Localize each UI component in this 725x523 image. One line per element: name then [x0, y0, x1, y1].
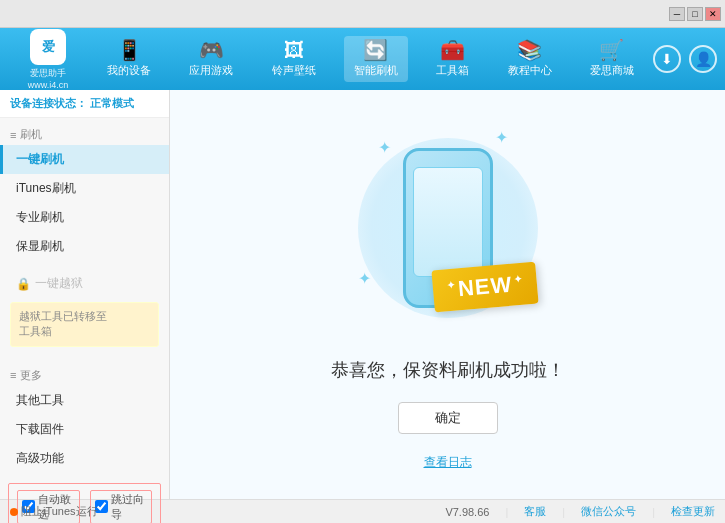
main-area: 设备连接状态： 正常模式 ≡ 刷机 一键刷机 iTunes刷机 专业刷机 保显刷…	[0, 90, 725, 499]
wallpaper-icon: 🖼	[284, 40, 304, 60]
nav-tutorial-label: 教程中心	[508, 63, 552, 78]
window-controls: ─ □ ✕	[669, 7, 721, 21]
nav-wallpaper[interactable]: 🖼 铃声壁纸	[262, 36, 326, 82]
status-bar-right: V7.98.66 | 客服 | 微信公众号 | 检查更新	[445, 504, 715, 519]
itunes-status: 阻止iTunes运行	[10, 504, 425, 519]
nav-toolbox[interactable]: 🧰 工具箱	[426, 36, 479, 82]
phone-screen	[413, 167, 483, 277]
logo-icon: 爱	[30, 29, 66, 65]
sidebar: 设备连接状态： 正常模式 ≡ 刷机 一键刷机 iTunes刷机 专业刷机 保显刷…	[0, 90, 170, 499]
nav-tutorial[interactable]: 📚 教程中心	[498, 36, 562, 82]
jailbreak-info-text: 越狱工具已转移至工具箱	[19, 310, 107, 337]
save-flash-label: 保显刷机	[16, 238, 64, 255]
device-status: 设备连接状态： 正常模式	[0, 90, 169, 118]
sidebar-item-pro-flash[interactable]: 专业刷机	[0, 203, 169, 232]
lock-icon: 🔒	[16, 277, 31, 291]
nav-smart-flash-label: 智能刷机	[354, 63, 398, 78]
jailbreak-header: 🔒 一键越狱	[0, 269, 169, 298]
divider-1: |	[505, 506, 508, 518]
apps-icon: 🎮	[199, 40, 224, 60]
nav-smart-flash[interactable]: 🔄 智能刷机	[344, 36, 408, 82]
other-tools-label: 其他工具	[16, 392, 64, 409]
sparkle-1: ✦	[378, 138, 391, 157]
nav-shop[interactable]: 🛒 爱思商城	[580, 36, 644, 82]
user-button[interactable]: 👤	[689, 45, 717, 73]
itunes-status-dot	[10, 508, 18, 516]
divider-3: |	[652, 506, 655, 518]
sidebar-item-download-firmware[interactable]: 下载固件	[0, 415, 169, 444]
status-value: 正常模式	[90, 97, 134, 109]
flash-nav-icon: 🔄	[363, 40, 388, 60]
logo-url: www.i4.cn	[28, 80, 69, 90]
pro-flash-label: 专业刷机	[16, 209, 64, 226]
success-image: NEW ✦ ✦ ✦	[348, 118, 548, 338]
version-text: V7.98.66	[445, 506, 489, 518]
sidebar-item-one-click-flash[interactable]: 一键刷机	[0, 145, 169, 174]
more-section: ≡ 更多 其他工具 下载固件 高级功能	[0, 355, 169, 477]
itunes-flash-label: iTunes刷机	[16, 180, 76, 197]
more-header-label: 更多	[20, 368, 42, 383]
jailbreak-label: 一键越狱	[35, 275, 83, 292]
sparkle-3: ✦	[358, 269, 371, 288]
flash-header-icon: ≡	[10, 129, 16, 141]
flash-header-label: 刷机	[20, 127, 42, 142]
nav-items: 📱 我的设备 🎮 应用游戏 🖼 铃声壁纸 🔄 智能刷机 🧰 工具箱 📚 教程中心…	[88, 36, 653, 82]
jailbreak-section: 🔒 一键越狱 越狱工具已转移至工具箱	[0, 265, 169, 355]
advanced-label: 高级功能	[16, 450, 64, 467]
download-firmware-label: 下载固件	[16, 421, 64, 438]
status-label: 设备连接状态：	[10, 97, 87, 109]
nav-apps-games-label: 应用游戏	[189, 63, 233, 78]
more-header: ≡ 更多	[0, 363, 169, 386]
nav-toolbox-label: 工具箱	[436, 63, 469, 78]
shop-icon: 🛒	[599, 40, 624, 60]
confirm-button[interactable]: 确定	[398, 402, 498, 434]
sparkle-2: ✦	[495, 128, 508, 147]
divider-2: |	[562, 506, 565, 518]
flash-header: ≡ 刷机	[0, 122, 169, 145]
itunes-status-label: 阻止iTunes运行	[21, 504, 98, 519]
nav-right: ⬇ 👤	[653, 45, 717, 73]
title-bar: ─ □ ✕	[0, 0, 725, 28]
logo-name: 爱思助手	[30, 67, 66, 80]
nav-shop-label: 爱思商城	[590, 63, 634, 78]
nav-my-device-label: 我的设备	[107, 63, 151, 78]
nav-bar: 爱 爱思助手 www.i4.cn 📱 我的设备 🎮 应用游戏 🖼 铃声壁纸 🔄 …	[0, 28, 725, 90]
maximize-button[interactable]: □	[687, 7, 703, 21]
wechat-link[interactable]: 微信公众号	[581, 504, 636, 519]
customer-service-link[interactable]: 客服	[524, 504, 546, 519]
sidebar-item-advanced[interactable]: 高级功能	[0, 444, 169, 473]
tutorial-icon: 📚	[517, 40, 542, 60]
main-content: NEW ✦ ✦ ✦ 恭喜您，保资料刷机成功啦！ 确定 查看日志	[170, 90, 725, 499]
check-update-link[interactable]: 检查更新	[671, 504, 715, 519]
close-button[interactable]: ✕	[705, 7, 721, 21]
daily-link[interactable]: 查看日志	[424, 454, 472, 471]
flash-section: ≡ 刷机 一键刷机 iTunes刷机 专业刷机 保显刷机	[0, 118, 169, 265]
toolbox-icon: 🧰	[440, 40, 465, 60]
jailbreak-info: 越狱工具已转移至工具箱	[10, 302, 159, 347]
download-button[interactable]: ⬇	[653, 45, 681, 73]
sidebar-item-save-flash[interactable]: 保显刷机	[0, 232, 169, 261]
nav-my-device[interactable]: 📱 我的设备	[97, 36, 161, 82]
sidebar-item-itunes-flash[interactable]: iTunes刷机	[0, 174, 169, 203]
one-click-flash-label: 一键刷机	[16, 151, 64, 168]
success-message: 恭喜您，保资料刷机成功啦！	[331, 358, 565, 382]
new-badge: NEW	[432, 262, 540, 313]
status-bar-left: 阻止iTunes运行	[10, 504, 425, 519]
nav-apps-games[interactable]: 🎮 应用游戏	[179, 36, 243, 82]
more-header-icon: ≡	[10, 369, 16, 381]
nav-wallpaper-label: 铃声壁纸	[272, 63, 316, 78]
device-icon: 📱	[117, 40, 142, 60]
minimize-button[interactable]: ─	[669, 7, 685, 21]
sidebar-item-other-tools[interactable]: 其他工具	[0, 386, 169, 415]
logo[interactable]: 爱 爱思助手 www.i4.cn	[8, 29, 88, 90]
